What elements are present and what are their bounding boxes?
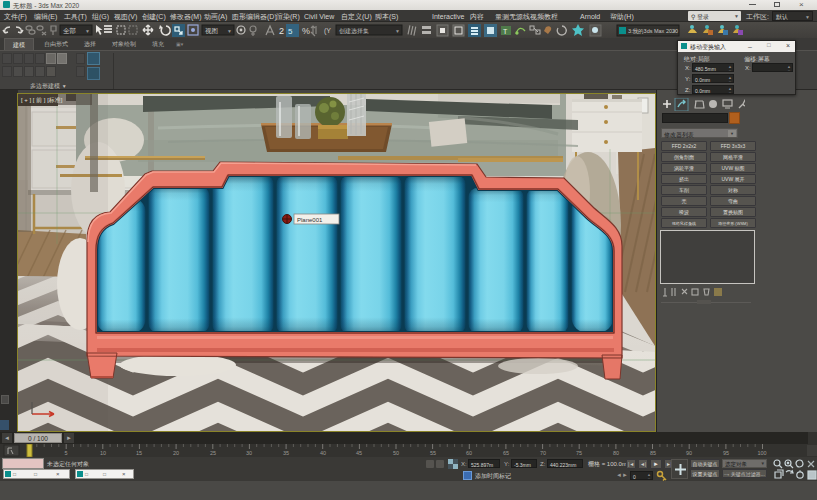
svg-text:5: 5 — [288, 27, 293, 36]
svg-text:50: 50 — [393, 450, 399, 456]
svg-text:40: 40 — [320, 450, 326, 456]
svg-text:▼: ▼ — [672, 28, 677, 34]
svg-text:65: 65 — [503, 450, 509, 456]
svg-text:100: 100 — [757, 450, 766, 456]
svg-text:95: 95 — [723, 450, 729, 456]
svg-text:90: 90 — [686, 450, 692, 456]
svg-text:75: 75 — [576, 450, 582, 456]
svg-text:(Y: (Y — [324, 27, 331, 35]
svg-text:3:我的3ds Max 2020: 3:我的3ds Max 2020 — [628, 28, 678, 35]
svg-text:▼: ▼ — [85, 28, 90, 34]
svg-text:20: 20 — [173, 450, 179, 456]
svg-text:35: 35 — [283, 450, 289, 456]
svg-text:10: 10 — [100, 450, 106, 456]
svg-text:T: T — [503, 28, 508, 35]
svg-text:55: 55 — [430, 450, 436, 456]
svg-text:2: 2 — [279, 26, 284, 36]
svg-text:60: 60 — [466, 450, 472, 456]
svg-text:Plane001: Plane001 — [297, 217, 323, 223]
svg-text:▼: ▼ — [395, 28, 400, 34]
svg-text:[ + ] [ 前 ] [标准]: [ + ] [ 前 ] [标准] — [21, 97, 63, 104]
svg-text:30: 30 — [246, 450, 252, 456]
svg-text:全部: 全部 — [63, 27, 76, 35]
svg-text:45: 45 — [356, 450, 362, 456]
svg-text:创建选择集: 创建选择集 — [339, 28, 369, 35]
svg-text:▼: ▼ — [227, 28, 232, 34]
svg-text:25: 25 — [210, 450, 216, 456]
svg-text:%: % — [302, 26, 310, 36]
svg-text:70: 70 — [540, 450, 546, 456]
svg-text:85: 85 — [650, 450, 656, 456]
svg-text:80: 80 — [613, 450, 619, 456]
svg-text:视图: 视图 — [205, 27, 218, 35]
svg-text:15: 15 — [136, 450, 142, 456]
svg-text:5: 5 — [64, 450, 67, 456]
